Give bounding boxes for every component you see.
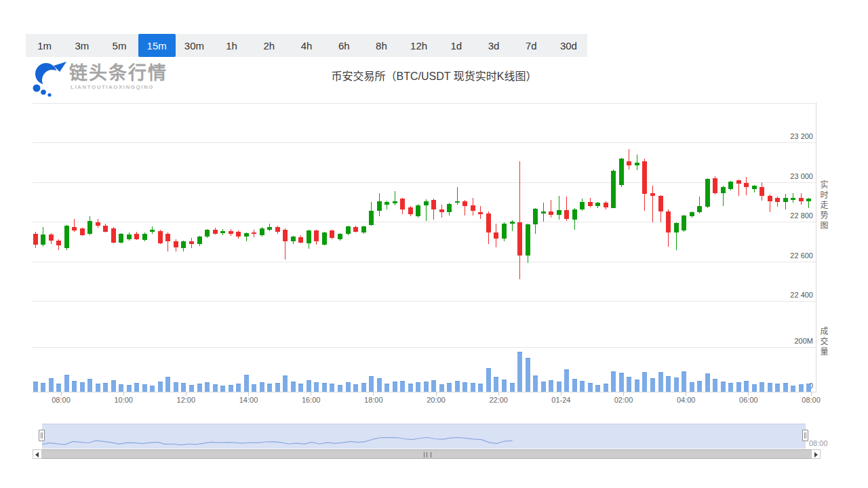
price-axis-label: 22 400 bbox=[766, 291, 813, 299]
volume-bar bbox=[627, 377, 631, 392]
volume-bar bbox=[541, 382, 546, 392]
navigator-range[interactable] bbox=[42, 424, 806, 449]
candle bbox=[236, 232, 241, 237]
volume-bar bbox=[619, 373, 624, 392]
volume-bar bbox=[33, 382, 38, 392]
candle bbox=[658, 196, 663, 211]
volume-bar bbox=[768, 383, 772, 392]
volume-bar bbox=[205, 382, 210, 392]
scrollbar-right-arrow-button[interactable] bbox=[811, 449, 821, 459]
candle bbox=[41, 235, 45, 245]
candle bbox=[744, 183, 749, 187]
x-axis-label: 12:00 bbox=[164, 396, 208, 404]
volume-bar bbox=[416, 382, 420, 392]
volume-bar bbox=[486, 368, 491, 392]
x-axis-label: 01-24 bbox=[539, 396, 583, 404]
x-axis-label: 20:00 bbox=[414, 396, 458, 404]
candle bbox=[408, 207, 413, 214]
candle bbox=[690, 212, 694, 216]
chart-plot-area[interactable] bbox=[33, 102, 816, 392]
price-axis-label: 23 200 bbox=[766, 132, 813, 140]
volume-bar bbox=[791, 386, 795, 392]
candle bbox=[377, 201, 382, 211]
candle bbox=[447, 204, 452, 212]
volume-bar bbox=[502, 380, 507, 392]
volume-bar bbox=[236, 384, 241, 392]
volume-bar bbox=[658, 372, 663, 392]
candle bbox=[307, 230, 311, 243]
scrollbar-left-arrow-button[interactable] bbox=[33, 449, 42, 459]
volume-bar bbox=[260, 382, 264, 392]
navigator-right-handle[interactable] bbox=[802, 430, 808, 441]
volume-bar bbox=[697, 381, 702, 392]
candle bbox=[119, 234, 123, 243]
volume-bar bbox=[526, 358, 530, 392]
candle bbox=[478, 212, 483, 214]
volume-bar bbox=[424, 382, 429, 392]
volume-bar bbox=[158, 382, 163, 392]
volume-bar bbox=[604, 384, 608, 392]
scrollbar-thumb[interactable] bbox=[41, 449, 812, 459]
candle bbox=[580, 202, 585, 210]
x-axis-label: 06:00 bbox=[727, 396, 770, 404]
candle bbox=[736, 180, 741, 184]
candle bbox=[416, 205, 420, 216]
candle bbox=[330, 230, 334, 238]
candle bbox=[674, 223, 679, 232]
candle bbox=[455, 201, 460, 203]
candle bbox=[353, 227, 358, 231]
candle bbox=[705, 179, 710, 207]
kline-page: 1m3m5m15m30m1h2h4h6h8h12h1d3d7d30d 链头条行情… bbox=[0, 0, 868, 488]
navigator-left-handle[interactable] bbox=[39, 430, 45, 441]
candle bbox=[760, 187, 764, 196]
candle bbox=[627, 161, 631, 165]
candle bbox=[72, 227, 77, 230]
candle-wick bbox=[551, 200, 551, 218]
volume-bar bbox=[174, 382, 178, 392]
candle bbox=[314, 230, 319, 241]
candle bbox=[165, 234, 170, 242]
volume-bar bbox=[408, 384, 413, 392]
volume-bar bbox=[134, 383, 139, 392]
x-axis-label: 04:00 bbox=[665, 396, 708, 404]
volume-bar bbox=[760, 382, 764, 392]
x-axis-label: 16:00 bbox=[290, 396, 333, 404]
volume-bar bbox=[314, 382, 319, 392]
candle bbox=[189, 241, 194, 244]
volume-bar bbox=[197, 384, 202, 392]
candle bbox=[682, 216, 686, 230]
volume-bar bbox=[705, 373, 710, 392]
candle bbox=[783, 198, 788, 202]
volume-bar bbox=[96, 384, 100, 392]
volume-bar bbox=[510, 383, 515, 392]
x-axis-label: 02:00 bbox=[602, 396, 646, 404]
volume-bar bbox=[635, 380, 639, 392]
volume-bar bbox=[393, 382, 397, 392]
candle bbox=[142, 234, 147, 240]
candle bbox=[533, 209, 538, 224]
volume-bar bbox=[283, 375, 288, 392]
candle bbox=[298, 237, 303, 243]
candle bbox=[49, 235, 54, 241]
price-gridline bbox=[33, 301, 816, 302]
volume-bar bbox=[64, 375, 69, 392]
x-axis-line bbox=[33, 392, 816, 392]
price-gridline bbox=[33, 182, 816, 183]
volume-bar bbox=[252, 384, 256, 392]
candle bbox=[80, 228, 85, 235]
candle bbox=[291, 237, 296, 241]
volume-bar bbox=[775, 384, 780, 392]
volume-bar bbox=[384, 384, 389, 392]
volume-bar bbox=[189, 385, 194, 392]
volume-bar bbox=[494, 377, 498, 392]
candle bbox=[424, 201, 429, 205]
candle bbox=[158, 231, 163, 243]
candle bbox=[595, 203, 600, 206]
candle bbox=[721, 187, 726, 193]
candle bbox=[229, 231, 233, 234]
price-gridline bbox=[33, 103, 816, 104]
volume-bar bbox=[330, 384, 334, 392]
volume-bar bbox=[142, 384, 147, 392]
price-gridline bbox=[33, 262, 816, 262]
volume-bar bbox=[642, 372, 647, 392]
